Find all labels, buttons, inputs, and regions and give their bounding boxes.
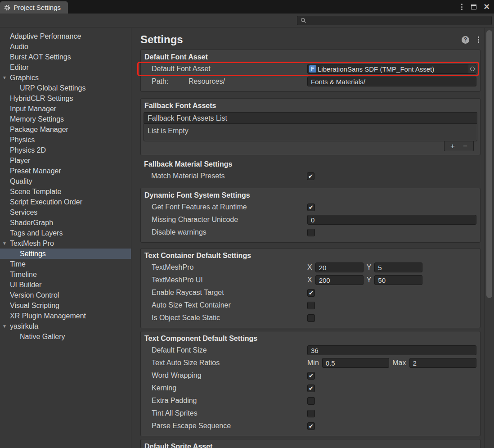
sidebar-item-label: Timeline — [10, 271, 37, 278]
checkbox-tint-all-sprites[interactable] — [307, 410, 315, 417]
sidebar-item-shadergraph[interactable]: ShaderGraph — [0, 217, 131, 228]
field-label: Enable Raycast Target — [152, 289, 307, 297]
sidebar-item-editor[interactable]: Editor — [0, 62, 131, 72]
sidebar-item-label: Editor — [10, 63, 29, 71]
page-title: Settings — [140, 33, 462, 46]
sidebar-item-physics[interactable]: Physics — [0, 135, 131, 145]
checkbox-extra-padding[interactable] — [307, 397, 315, 405]
sidebar-item-package-manager[interactable]: Package Manager — [0, 124, 131, 135]
path-prefix: Resources/ — [189, 77, 307, 86]
sidebar-item-label: Preset Manager — [10, 167, 61, 175]
close-icon[interactable]: × — [484, 2, 490, 12]
sidebar-item-memory-settings[interactable]: Memory Settings — [0, 114, 131, 124]
object-picker-icon[interactable] — [468, 64, 476, 73]
checkbox-enable-raycast-target[interactable]: ✔ — [307, 289, 315, 297]
sidebar-item-graphics[interactable]: ▼Graphics — [0, 72, 131, 83]
sidebar-item-label: Time — [10, 260, 26, 268]
field-label: TextMeshPro — [152, 263, 307, 272]
axis-label-min: Min — [307, 359, 319, 367]
foldout-icon[interactable]: ▼ — [2, 72, 7, 83]
sidebar-item-textmesh-pro[interactable]: ▼TextMesh Pro — [0, 238, 131, 249]
field-default-font-size[interactable]: 36 — [307, 345, 476, 355]
row-auto-size-text-container: Auto Size Text Container — [144, 299, 477, 312]
remove-button[interactable]: − — [463, 142, 467, 150]
sidebar-item-preset-manager[interactable]: Preset Manager — [0, 166, 131, 176]
field-missing-character-unicode[interactable]: 0 — [307, 215, 476, 225]
field-text-auto-size-ratios-max[interactable]: 2 — [409, 358, 477, 368]
add-button[interactable]: + — [450, 142, 455, 150]
sidebar-item-audio[interactable]: Audio — [0, 41, 131, 52]
section-title: Text Component Default Settings — [144, 333, 477, 344]
object-field-value: LiberationSans SDF (TMP_Font Asset) — [318, 65, 467, 73]
foldout-icon[interactable]: ▼ — [2, 238, 7, 249]
field-label: Default Font Size — [152, 346, 307, 354]
gear-icon — [4, 5, 10, 11]
sidebar-item-quality[interactable]: Quality — [0, 176, 131, 186]
row-disable-warnings: Disable warnings — [144, 226, 477, 239]
field-label: Parse Escape Sequence — [152, 422, 307, 430]
sidebar-item-tags-and-layers[interactable]: Tags and Layers — [0, 228, 131, 238]
sidebar-item-settings[interactable]: Settings — [0, 249, 131, 259]
checkbox-word-wrapping[interactable]: ✔ — [307, 372, 315, 380]
tab-project-settings[interactable]: Project Settings — [0, 1, 68, 14]
sidebar-item-time[interactable]: Time — [0, 259, 131, 269]
checkbox-parse-escape-sequence[interactable]: ✔ — [307, 422, 315, 430]
sidebar-item-script-execution-order[interactable]: Script Execution Order — [0, 197, 131, 207]
sidebar-item-yasirkula[interactable]: ▼yasirkula — [0, 321, 131, 331]
sidebar-item-visual-scripting[interactable]: Visual Scripting — [0, 300, 131, 311]
settings-menu-icon[interactable] — [476, 35, 481, 44]
sidebar-item-urp-global-settings[interactable]: URP Global Settings — [0, 83, 131, 93]
section-fallback-font-assets: Fallback Font AssetsFallback Font Assets… — [140, 98, 481, 155]
search-field[interactable] — [297, 16, 492, 25]
checkbox-auto-size-text-container[interactable] — [307, 302, 315, 309]
field-text-auto-size-ratios-min[interactable]: 0.5 — [322, 358, 390, 368]
field-textmeshpro-ui-x[interactable]: 200 — [315, 275, 364, 285]
help-icon[interactable]: ? — [462, 36, 469, 44]
checkbox-match-material-presets[interactable]: ✔ — [307, 172, 314, 180]
fallback-list-header: Fallback Font Assets List — [144, 112, 477, 123]
section-text-container-default-settings: Text Container Default SettingsTextMeshP… — [140, 248, 481, 328]
sidebar-item-burst-aot-settings[interactable]: Burst AOT Settings — [0, 52, 131, 62]
foldout-icon[interactable]: ▼ — [2, 321, 7, 331]
sidebar-item-services[interactable]: Services — [0, 207, 131, 217]
sidebar-item-label: Package Manager — [10, 126, 68, 133]
axis-label-y: Y — [367, 263, 372, 272]
path-field[interactable]: Fonts & Materials/ — [307, 77, 476, 86]
sidebar-item-version-control[interactable]: Version Control — [0, 290, 131, 300]
checkbox-disable-warnings[interactable] — [307, 229, 315, 236]
window-menu-icon[interactable] — [460, 2, 464, 11]
sidebar-item-native-gallery[interactable]: Native Gallery — [0, 331, 131, 342]
fallback-list-body: List is Empty — [144, 123, 477, 141]
sidebar-item-physics-2d[interactable]: Physics 2D — [0, 145, 131, 155]
xy-group: X200Y50 — [307, 275, 476, 285]
sidebar-item-label: Physics 2D — [10, 146, 46, 154]
field-textmeshpro-x[interactable]: 20 — [315, 262, 364, 272]
field-textmeshpro-y[interactable]: 5 — [374, 262, 422, 272]
sidebar-item-label: Memory Settings — [10, 115, 64, 123]
maximize-icon[interactable] — [471, 5, 476, 9]
sidebar-item-player[interactable]: Player — [0, 155, 131, 166]
axis-label-x: X — [307, 276, 312, 284]
checkbox-get-font-features-at-runtime[interactable]: ✔ — [307, 204, 315, 211]
window-titlebar: Project Settings × — [0, 0, 494, 14]
checkbox-is-object-scale-static[interactable] — [307, 314, 315, 322]
sidebar-item-hybridclr-settings[interactable]: HybridCLR Settings — [0, 93, 131, 104]
section-default-font-asset: Default Font AssetDefault Font AssetFLib… — [140, 50, 481, 92]
field-textmeshpro-ui-y[interactable]: 50 — [374, 275, 422, 285]
object-field-default-font-asset[interactable]: FLiberationSans SDF (TMP_Font Asset) — [307, 64, 476, 74]
sidebar-item-input-manager[interactable]: Input Manager — [0, 104, 131, 114]
sidebar-item-adaptive-performance[interactable]: Adaptive Performance — [0, 31, 131, 41]
sidebar-item-timeline[interactable]: Timeline — [0, 269, 131, 280]
checkbox-kerning[interactable]: ✔ — [307, 385, 315, 392]
axis-label-y: Y — [367, 276, 372, 284]
scrollbar-thumb[interactable] — [486, 30, 492, 298]
sidebar-item-ui-builder[interactable]: UI Builder — [0, 280, 131, 290]
list-buttons: +− — [444, 141, 474, 151]
section-dynamic-font-system-settings: Dynamic Font System SettingsGet Font Fea… — [140, 188, 481, 243]
search-input[interactable] — [309, 17, 488, 24]
check-icon: ✔ — [309, 423, 314, 429]
sidebar-item-xr-plugin-management[interactable]: XR Plugin Management — [0, 311, 131, 321]
sidebar-item-scene-template[interactable]: Scene Template — [0, 186, 131, 197]
list-empty-label: List is Empty — [148, 127, 189, 135]
row-default-font-size: Default Font Size36 — [144, 344, 477, 357]
